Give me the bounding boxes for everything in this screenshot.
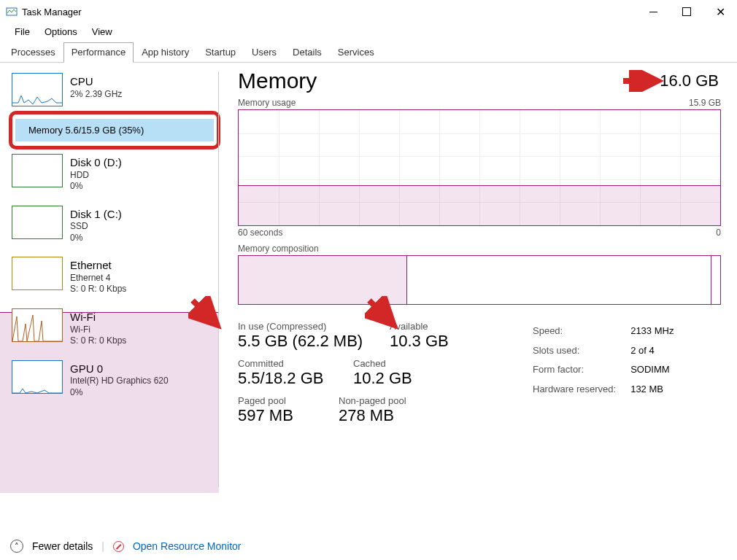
tab-processes[interactable]: Processes — [3, 42, 63, 63]
speed-value: 2133 MHz — [630, 322, 674, 341]
slots-value: 2 of 4 — [630, 342, 674, 360]
page-title: Memory — [238, 69, 721, 93]
reserved-label: Hardware reserved: — [533, 381, 629, 399]
disk1-sub: SSD — [70, 221, 122, 233]
main-panel: Memory 16.0 GB Memory usage 15.9 GB 60 s… — [219, 63, 737, 493]
tab-services[interactable]: Services — [330, 42, 382, 63]
memory-composition-chart — [238, 255, 721, 305]
footer: ˄ Fewer details | Open Resource Monitor — [10, 540, 242, 553]
chevron-up-icon: ˄ — [10, 540, 23, 553]
ethernet-sub: Ethernet 4 — [70, 273, 126, 284]
minimize-button[interactable] — [636, 0, 670, 23]
cpu-name: CPU — [70, 74, 122, 89]
stats-area: In use (Compressed) 5.5 GB (62.2 MB) Ava… — [238, 321, 721, 432]
tab-users[interactable]: Users — [244, 42, 285, 63]
time-axis-left: 60 seconds — [238, 228, 282, 238]
menu-options[interactable]: Options — [37, 25, 85, 39]
tab-app-history[interactable]: App history — [134, 42, 197, 63]
disk0-name: Disk 0 (D:) — [70, 155, 122, 170]
nonpaged-label: Non-paged pool — [339, 395, 406, 406]
committed-value: 5.5/18.2 GB — [238, 369, 340, 388]
annotation-highlight-memory: Memory 5.6/15.9 GB (35%) — [9, 111, 220, 149]
in-use-label: In use (Compressed) — [238, 321, 377, 332]
memory-usage-chart — [238, 109, 721, 226]
available-label: Available — [390, 321, 449, 332]
maximize-button[interactable] — [670, 0, 703, 23]
in-use-value: 5.5 GB (62.2 MB) — [238, 332, 377, 351]
app-icon — [6, 6, 18, 18]
tab-startup[interactable]: Startup — [197, 42, 244, 63]
sidebar-item-cpu[interactable]: CPU 2% 2.39 GHz — [10, 69, 219, 111]
disk1-sub2: 0% — [70, 233, 122, 244]
form-value: SODIMM — [630, 361, 674, 379]
ethernet-thumb-icon — [12, 257, 63, 290]
cpu-thumb-icon — [12, 73, 63, 106]
gpu-thumb-icon — [12, 360, 63, 394]
cached-value: 10.2 GB — [353, 369, 412, 388]
cpu-sub: 2% 2.39 GHz — [70, 89, 122, 101]
resource-monitor-icon — [113, 541, 124, 552]
sidebar: CPU 2% 2.39 GHz Memory 5.6/15.9 GB (35%)… — [0, 63, 219, 493]
titlebar: Task Manager ✕ — [0, 0, 737, 23]
usage-chart-max: 15.9 GB — [689, 98, 721, 108]
reserved-value: 132 MB — [630, 381, 674, 399]
open-resource-monitor-link[interactable]: Open Resource Monitor — [133, 540, 242, 552]
paged-label: Paged pool — [238, 395, 325, 406]
total-memory: 16.0 GB — [660, 71, 719, 90]
menu-view[interactable]: View — [85, 25, 120, 39]
paged-value: 597 MB — [238, 406, 325, 425]
close-button[interactable]: ✕ — [703, 0, 737, 23]
speed-label: Speed: — [533, 322, 629, 341]
ethernet-name: Ethernet — [70, 258, 126, 273]
cached-label: Cached — [353, 358, 412, 369]
sidebar-item-disk0[interactable]: Disk 0 (D:) HDD 0% — [10, 149, 219, 197]
wifi-thumb-icon — [12, 308, 63, 342]
sidebar-item-ethernet[interactable]: Ethernet Ethernet 4 S: 0 R: 0 Kbps — [10, 252, 219, 300]
time-axis-right: 0 — [716, 228, 721, 238]
tab-details[interactable]: Details — [285, 42, 330, 63]
fewer-details-button[interactable]: Fewer details — [32, 540, 93, 552]
disk1-name: Disk 1 (C:) — [70, 207, 122, 222]
tab-performance[interactable]: Performance — [63, 42, 134, 63]
composition-label: Memory composition — [238, 244, 721, 254]
disk0-sub: HDD — [70, 170, 122, 182]
nonpaged-value: 278 MB — [339, 406, 406, 425]
disk0-thumb-icon — [12, 154, 63, 187]
ethernet-sub2: S: 0 R: 0 Kbps — [70, 284, 126, 295]
sidebar-item-memory[interactable]: Memory 5.6/15.9 GB (35%) — [15, 119, 214, 141]
disk1-thumb-icon — [12, 206, 63, 239]
tab-bar: Processes Performance App history Startu… — [0, 42, 737, 63]
sidebar-item-disk1[interactable]: Disk 1 (C:) SSD 0% — [10, 201, 219, 249]
committed-label: Committed — [238, 358, 340, 369]
usage-chart-label: Memory usage — [238, 98, 296, 108]
disk0-sub2: 0% — [70, 181, 122, 192]
menubar: File Options View — [0, 23, 737, 42]
menu-file[interactable]: File — [7, 25, 37, 39]
slots-label: Slots used: — [533, 342, 629, 360]
window-controls: ✕ — [636, 0, 737, 23]
window-title: Task Manager — [22, 7, 82, 18]
form-label: Form factor: — [533, 361, 629, 379]
available-value: 10.3 GB — [390, 332, 449, 351]
memory-sub: 5.6/15.9 GB (35%) — [66, 125, 144, 136]
content: CPU 2% 2.39 GHz Memory 5.6/15.9 GB (35%)… — [0, 63, 737, 493]
memory-name: Memory — [28, 125, 63, 136]
